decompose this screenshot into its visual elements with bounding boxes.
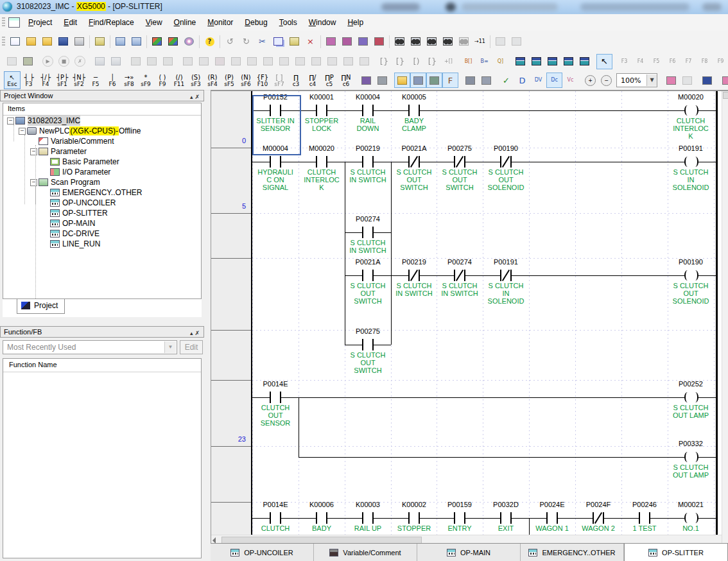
menu-monitor[interactable]: Monitor bbox=[202, 15, 239, 30]
window-split-button[interactable] bbox=[560, 54, 576, 69]
ladder-tool-sf7[interactable]: [ ]sF7 bbox=[271, 71, 288, 89]
contact-P00274[interactable] bbox=[362, 227, 363, 238]
tree-item-31082023-imc[interactable]: –31082023_IMC bbox=[3, 116, 201, 126]
edit-tool-f9-button[interactable]: F9 bbox=[713, 54, 728, 69]
redo-button[interactable]: ↻ bbox=[238, 34, 254, 49]
contact-P0024E[interactable] bbox=[546, 512, 548, 524]
edit-tool-f4-button[interactable]: F4 bbox=[632, 54, 648, 69]
edit-tool-f8-button[interactable]: F8 bbox=[697, 54, 713, 69]
contact-P0021A[interactable] bbox=[408, 156, 410, 168]
ladder-tool-sf6[interactable]: (N)sF6 bbox=[238, 71, 254, 89]
trend-monitor-button[interactable] bbox=[292, 54, 308, 69]
tree-item-parameter[interactable]: –Parameter bbox=[3, 146, 201, 157]
goto-step-button[interactable]: →11 bbox=[472, 34, 488, 49]
plc-clock-button[interactable] bbox=[108, 54, 124, 69]
contact-K00005[interactable] bbox=[408, 105, 410, 116]
contact-P00190[interactable] bbox=[500, 156, 501, 168]
find-device-button[interactable] bbox=[392, 34, 408, 49]
tree-item-dc-drive[interactable]: DC-DRIVE bbox=[3, 229, 201, 239]
cut-button[interactable]: ✂ bbox=[254, 34, 270, 49]
ladder-tool-sf1[interactable]: ┤P├sF1 bbox=[54, 71, 71, 89]
window-restore-button[interactable] bbox=[576, 54, 593, 69]
window-tile-vertical-button[interactable] bbox=[544, 54, 560, 69]
function-fb-close-icon[interactable]: ✗ bbox=[195, 330, 202, 336]
address-grid-button[interactable] bbox=[478, 73, 494, 88]
ladder-tool-f4[interactable]: ┤/├F4 bbox=[37, 71, 54, 89]
change-locked-button[interactable] bbox=[679, 73, 695, 88]
paste-button[interactable] bbox=[286, 34, 302, 49]
ladder-tool-f5[interactable]: ─F5 bbox=[87, 71, 104, 89]
contact-P0032D[interactable] bbox=[500, 512, 501, 524]
project-window-close-icon[interactable]: ✗ bbox=[195, 94, 202, 100]
contact-K00006[interactable] bbox=[316, 512, 317, 524]
delete-button[interactable]: × bbox=[302, 34, 318, 49]
data-editor-button[interactable] bbox=[340, 54, 356, 69]
contact-M00004[interactable] bbox=[270, 156, 271, 168]
menu-online[interactable]: Online bbox=[168, 15, 202, 30]
tab-variable-comment[interactable]: Variable/Comment bbox=[314, 544, 417, 561]
menu-edit[interactable]: Edit bbox=[58, 15, 83, 30]
connect-button[interactable] bbox=[128, 54, 144, 69]
save-project-button[interactable] bbox=[55, 34, 71, 49]
contact-P00159[interactable] bbox=[454, 512, 455, 524]
contact-P00275[interactable] bbox=[454, 156, 455, 168]
change-size-button[interactable] bbox=[4, 54, 20, 69]
ladder-canvas[interactable]: 0523P00152SLITTER IN SENSORK00001STOPPER… bbox=[211, 91, 722, 535]
contact-M00020[interactable] bbox=[316, 156, 317, 168]
contact-K00003[interactable] bbox=[362, 512, 363, 524]
clipboard-button[interactable] bbox=[92, 34, 108, 49]
vertical-scrollbar[interactable] bbox=[722, 91, 728, 544]
zoom-combo-button[interactable]: 100%▼ bbox=[614, 73, 659, 87]
contact-P00275[interactable] bbox=[362, 339, 363, 350]
open-project-button[interactable] bbox=[23, 34, 39, 49]
contact-P0014E[interactable] bbox=[270, 392, 271, 403]
view-dv-button[interactable]: DV bbox=[530, 73, 546, 88]
program-list-button[interactable] bbox=[699, 73, 715, 88]
prev-message-button[interactable] bbox=[492, 34, 508, 49]
selected-cell[interactable] bbox=[252, 95, 301, 155]
contact-P00274[interactable] bbox=[454, 270, 455, 281]
coil-P00332[interactable] bbox=[684, 452, 691, 462]
tree-item-scan-program[interactable]: –Scan Program bbox=[3, 177, 201, 187]
ladder-tool-c6[interactable]: ∏Nc6 bbox=[338, 71, 354, 89]
view-flag-button[interactable]: F bbox=[442, 73, 458, 88]
view-d-button[interactable]: D bbox=[514, 73, 530, 88]
ladder-tool-f3[interactable]: ┤ ├F3 bbox=[21, 71, 37, 89]
tree-expander-icon[interactable]: – bbox=[30, 179, 37, 186]
tree-item-op-uncoiler[interactable]: OP-UNCOILER bbox=[3, 198, 201, 208]
tab-op-main[interactable]: OP-MAIN bbox=[417, 544, 521, 561]
find-again-button[interactable] bbox=[456, 34, 472, 49]
stop-button[interactable]: ■ bbox=[56, 54, 72, 69]
plc-information-button[interactable] bbox=[92, 54, 108, 69]
usage-status-button[interactable] bbox=[324, 54, 340, 69]
contact-P00219[interactable] bbox=[408, 270, 410, 281]
address-monitor-button[interactable] bbox=[196, 54, 212, 69]
coil-P00252[interactable] bbox=[684, 392, 691, 402]
contact-P00246[interactable] bbox=[639, 512, 640, 524]
mdi-child-icon[interactable] bbox=[8, 17, 20, 28]
menu-window[interactable]: Window bbox=[303, 15, 342, 30]
print-button[interactable] bbox=[71, 34, 87, 49]
function-name-column-header[interactable]: Function Name bbox=[3, 359, 201, 372]
ladder-tool-c4[interactable]: ∏/c4 bbox=[304, 71, 321, 89]
simulator-button[interactable] bbox=[181, 34, 197, 49]
tab-op-slitter[interactable]: OP-SLITTER bbox=[624, 543, 728, 561]
read-from-plc-button[interactable] bbox=[128, 34, 144, 49]
disconnect-button[interactable] bbox=[160, 54, 176, 69]
next-message-button[interactable] bbox=[508, 34, 524, 49]
delete-cell-button[interactable] bbox=[339, 34, 355, 49]
tree-item-i-o-parameter[interactable]: I/O Parameter bbox=[3, 167, 201, 177]
tree-item-line-run[interactable]: LINE_RUN bbox=[3, 239, 201, 249]
run-button[interactable]: ▶ bbox=[40, 54, 56, 69]
tree-item-op-main[interactable]: OP-MAIN bbox=[3, 218, 201, 229]
contact-K00001[interactable] bbox=[316, 105, 317, 116]
find-monitor-button[interactable] bbox=[212, 54, 228, 69]
insert-line-button[interactable] bbox=[355, 34, 371, 49]
menu-find-replace[interactable]: Find/Replace bbox=[83, 15, 140, 30]
tree-expander-icon[interactable]: – bbox=[7, 117, 14, 125]
save-as-button[interactable] bbox=[39, 34, 55, 49]
edit-tool-f3-button[interactable]: F3 bbox=[616, 54, 632, 69]
ladder-tool-sf2[interactable]: ┤N├sF2 bbox=[71, 71, 87, 89]
help-button[interactable]: ? bbox=[202, 34, 218, 49]
view-comment-button[interactable] bbox=[426, 73, 442, 88]
